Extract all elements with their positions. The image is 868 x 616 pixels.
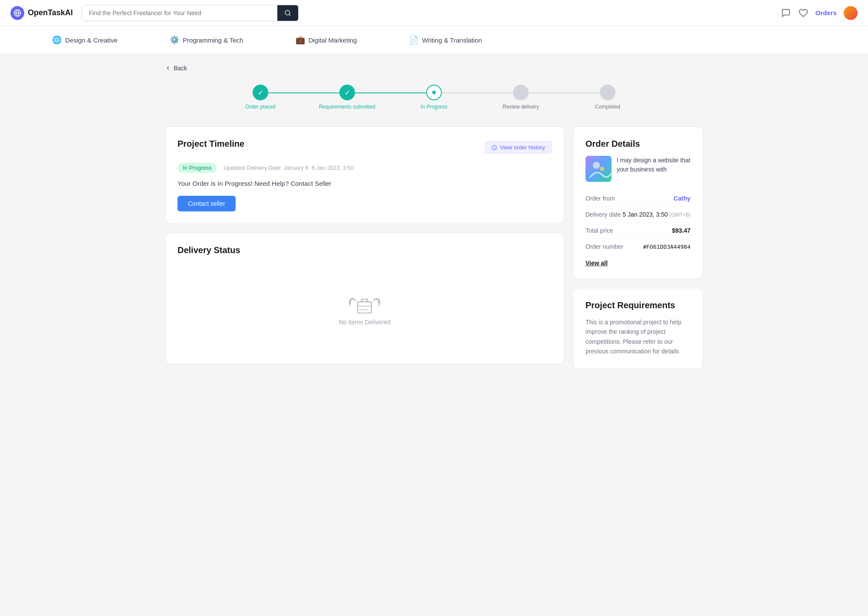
- nav-item-design[interactable]: 🌐 Design & Creative: [26, 26, 144, 54]
- logo-icon: [10, 6, 24, 20]
- step-label-review: Review delivery: [503, 104, 539, 110]
- total-price-label: Total price: [585, 227, 613, 234]
- project-requirements-title: Project Requirements: [585, 300, 690, 310]
- step-circle-in-progress: [426, 85, 442, 100]
- order-from-row: Order from Cathy: [585, 191, 690, 207]
- back-label: Back: [174, 65, 187, 72]
- svg-rect-5: [358, 302, 372, 313]
- card-header: Project Timeline View order history: [178, 139, 552, 156]
- order-details-title: Order Details: [585, 139, 690, 149]
- project-requirements-text: This is a promotional project to help im…: [585, 317, 690, 356]
- progress-step-completed: Completed: [564, 85, 651, 110]
- project-timeline-card: Project Timeline View order history In P…: [165, 126, 564, 224]
- order-details-card: Order Details: [573, 126, 703, 279]
- main-content: Back ✓ Order placed ✓ Requirements submi…: [156, 54, 712, 379]
- marketing-icon: 💼: [296, 35, 305, 45]
- project-timeline-title: Project Timeline: [178, 139, 244, 149]
- order-description: I may design a website that your busines…: [617, 156, 690, 174]
- nav-label-design: Design & Creative: [65, 36, 118, 44]
- logo-text: OpenTaskAI: [28, 8, 73, 17]
- svg-rect-7: [585, 156, 612, 182]
- right-column: Order Details: [573, 126, 703, 369]
- status-row: In Progress Updated Delivery Date: Janua…: [178, 163, 552, 173]
- design-icon: 🌐: [52, 35, 62, 45]
- step-circle-requirements: ✓: [339, 85, 355, 100]
- back-link[interactable]: Back: [165, 65, 703, 72]
- heart-icon[interactable]: [798, 8, 809, 18]
- nav-item-writing[interactable]: 📄 Writing & Translation: [383, 26, 508, 54]
- progress-step-requirements: ✓ Requirements submitted: [304, 85, 391, 110]
- nav-label-marketing: Digital Marketing: [309, 36, 357, 44]
- view-order-history-button[interactable]: View order history: [485, 141, 552, 154]
- header-right: Orders: [781, 6, 858, 20]
- delivery-date-time: 6 Jan 2023, 3:50: [312, 165, 354, 171]
- svg-point-8: [593, 162, 600, 169]
- header: OpenTaskAI Orders: [0, 0, 868, 26]
- delivery-date-gmt: (GMT+8): [670, 212, 690, 218]
- svg-point-4: [432, 91, 436, 94]
- nav-item-marketing[interactable]: 💼 Digital Marketing: [270, 26, 383, 54]
- search-input[interactable]: [82, 5, 277, 21]
- progress-step-review: Review delivery: [477, 85, 564, 110]
- content-grid: Project Timeline View order history In P…: [165, 126, 703, 369]
- programming-icon: ⚙️: [170, 35, 179, 45]
- left-column: Project Timeline View order history In P…: [165, 126, 564, 369]
- search-bar[interactable]: [82, 5, 299, 21]
- search-button[interactable]: [277, 5, 298, 21]
- step-label-requirements: Requirements submitted: [319, 104, 375, 110]
- delivery-date-main: 5 Jan 2023, 3:50: [622, 211, 667, 218]
- step-label-in-progress: In Progress: [421, 104, 447, 110]
- help-text: Your Order is In Progress! Need Help? Co…: [178, 180, 552, 187]
- progress-tracker: ✓ Order placed ✓ Requirements submitted …: [165, 80, 703, 114]
- project-requirements-card: Project Requirements This is a promotion…: [573, 288, 703, 369]
- empty-box-icon: Nothing...: [347, 288, 382, 319]
- message-icon[interactable]: [781, 8, 791, 18]
- delivery-date-text: Updated Delivery Date: January 6 6 Jan 2…: [222, 165, 354, 171]
- svg-point-9: [600, 167, 604, 171]
- order-from-label: Order from: [585, 195, 615, 202]
- user-avatar[interactable]: [844, 6, 858, 20]
- order-thumbnail: [585, 156, 612, 182]
- writing-icon: 📄: [409, 35, 418, 45]
- progress-step-in-progress: In Progress: [391, 85, 477, 110]
- view-history-label: View order history: [500, 144, 545, 151]
- step-circle-completed: [600, 85, 615, 100]
- delivery-status-card: Delivery Status Nothing...: [165, 233, 564, 364]
- logo[interactable]: OpenTaskAI: [10, 6, 73, 20]
- step-circle-order-placed: ✓: [253, 85, 268, 100]
- order-image: [585, 156, 612, 182]
- view-all-link[interactable]: View all: [585, 260, 690, 267]
- nav-item-programming[interactable]: ⚙️ Programming & Tech: [144, 26, 270, 54]
- delivery-status-title: Delivery Status: [178, 245, 552, 255]
- order-summary: I may design a website that your busines…: [585, 156, 690, 182]
- delivery-date-row-value: 5 Jan 2023, 3:50 (GMT+8): [622, 211, 690, 218]
- contact-seller-button[interactable]: Contact seller: [178, 196, 236, 211]
- order-number-row: Order number #FO61DD3A44984: [585, 239, 690, 254]
- delivery-date-row-label: Delivery date: [585, 211, 621, 218]
- order-number-label: Order number: [585, 243, 623, 250]
- step-label-completed: Completed: [595, 104, 620, 110]
- history-icon: [491, 145, 497, 151]
- total-price-row: Total price $93.47: [585, 223, 690, 239]
- order-from-value[interactable]: Cathy: [674, 195, 690, 202]
- back-chevron-icon: [165, 65, 171, 71]
- nav-bar: 🌐 Design & Creative ⚙️ Programming & Tec…: [0, 26, 868, 54]
- empty-delivery-text: No Items Delivered: [339, 319, 390, 326]
- svg-point-3: [285, 10, 290, 15]
- orders-link[interactable]: Orders: [815, 9, 837, 16]
- svg-text:Nothing...: Nothing...: [359, 308, 370, 311]
- empty-delivery-state: Nothing... No Items Delivered: [178, 262, 552, 352]
- status-badge: In Progress: [178, 163, 217, 173]
- order-number-value: #FO61DD3A44984: [643, 244, 690, 250]
- step-circle-review: [513, 85, 529, 100]
- progress-step-order-placed: ✓ Order placed: [217, 85, 304, 110]
- delivery-date-row: Delivery date 5 Jan 2023, 3:50 (GMT+8): [585, 207, 690, 223]
- nav-label-writing: Writing & Translation: [422, 36, 482, 44]
- nav-label-programming: Programming & Tech: [183, 36, 243, 44]
- step-label-order-placed: Order placed: [245, 104, 275, 110]
- delivery-date-label: Updated Delivery Date: January 6: [224, 165, 308, 171]
- total-price-value: $93.47: [672, 227, 690, 234]
